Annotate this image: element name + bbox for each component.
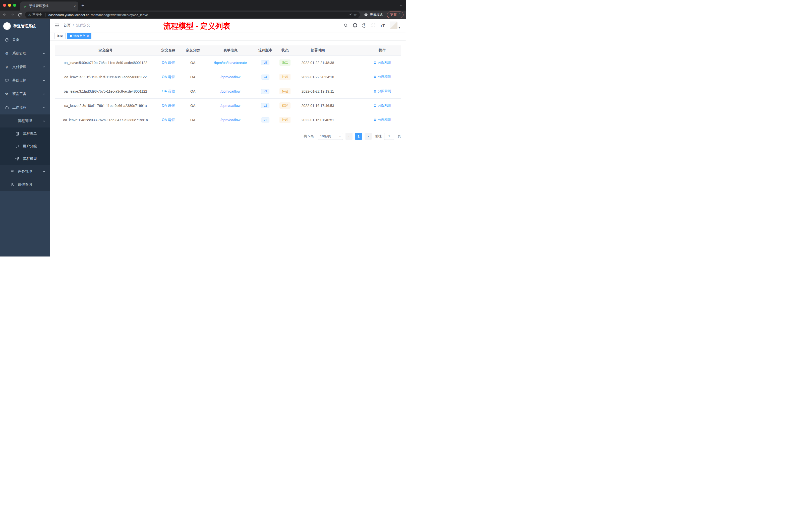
cell-time: 2022-01-16 01:40:51: [295, 113, 341, 127]
sidebar-item-payment[interactable]: ¥ 支付管理: [0, 60, 50, 74]
sidebar-item-task-management[interactable]: 任务管理: [0, 165, 50, 178]
sidebar-item-home[interactable]: 首页: [0, 33, 50, 47]
col-action: 操作: [363, 46, 401, 56]
col-time: 部署时间: [295, 46, 341, 56]
form-link[interactable]: /bpm/oa/flow: [221, 75, 240, 79]
app: 芋道管理系统 首页 ⚙ 系统管理 ¥ 支付管理 基础设施: [0, 19, 406, 256]
tab-search-icon[interactable]: [400, 4, 403, 7]
sidebar-item-process-management[interactable]: 流程管理: [0, 115, 50, 127]
form-link[interactable]: /bpm/oa/flow: [221, 104, 240, 108]
font-size-icon[interactable]: тT: [380, 23, 385, 28]
browser-tab[interactable]: 芋道管理系统 ×: [20, 1, 78, 10]
monitor-icon: [4, 79, 9, 83]
sidebar-item-user-group[interactable]: 用户分组: [0, 140, 50, 153]
help-icon[interactable]: ?: [362, 23, 366, 28]
status-badge: 挂起: [280, 102, 290, 109]
paper-plane-icon: [15, 157, 20, 161]
cell-time: 2022-01-22 21:48:38: [295, 56, 341, 70]
definition-name-link[interactable]: OA 请假: [162, 60, 175, 64]
search-icon[interactable]: [344, 23, 348, 28]
sidebar-item-workflow[interactable]: 工作流程: [0, 101, 50, 115]
prev-page-button[interactable]: ‹: [346, 133, 352, 140]
chevron-down-icon: [42, 52, 46, 55]
close-window-button[interactable]: [3, 4, 6, 7]
chevron-down-icon: [42, 65, 46, 68]
user-avatar[interactable]: [390, 22, 398, 29]
url-divider: [45, 13, 46, 17]
status-badge: 挂起: [280, 88, 290, 94]
version-badge: v4: [261, 74, 269, 80]
cell-category: OA: [180, 70, 205, 84]
goto-unit-label: 页: [398, 134, 401, 139]
page-1-button[interactable]: 1: [355, 133, 362, 140]
sidebar-item-leave-query[interactable]: 请假查询: [0, 178, 50, 191]
definition-name-link[interactable]: OA 请假: [162, 103, 175, 108]
cell-id: oa_leave:2:3c1f0ef1-76b1-11ec-9c66-a2380…: [55, 98, 156, 113]
address-bar[interactable]: ⚠ 不安全 dashboard.yudao.iocoder.cn /bpm/ma…: [25, 11, 360, 18]
tag-close-icon[interactable]: ×: [87, 34, 89, 38]
goto-page-input[interactable]: [384, 133, 394, 140]
url-path: /bpm/manager/definition?key=oa_leave: [91, 13, 148, 17]
definition-name-link[interactable]: OA 请假: [162, 118, 175, 122]
breadcrumb-home[interactable]: 首页: [63, 23, 70, 28]
document-icon: [15, 132, 20, 136]
tab-close-icon[interactable]: ×: [74, 4, 76, 8]
sidebar-item-process-form[interactable]: 流程表单: [0, 127, 50, 140]
assign-rule-button[interactable]: 分配规则: [373, 74, 391, 79]
chat-bubble-icon: [15, 144, 20, 148]
minimize-window-button[interactable]: [8, 4, 11, 7]
yen-icon: ¥: [4, 65, 9, 69]
browser-toolbar: ⚠ 不安全 dashboard.yudao.iocoder.cn /bpm/ma…: [0, 10, 406, 19]
chevron-down-icon: [42, 93, 46, 96]
tag-process-definition[interactable]: 流程定义 ×: [67, 33, 91, 39]
tag-home[interactable]: 首页: [55, 33, 65, 39]
user-menu[interactable]: ▾: [390, 22, 400, 29]
cell-id: oa_leave:4:991f2193-7b7f-11ec-a3c8-acde4…: [55, 70, 156, 84]
new-tab-button[interactable]: +: [81, 3, 84, 8]
browser-menu-icon[interactable]: ⋮: [398, 13, 402, 17]
active-dot: [70, 35, 72, 37]
person-icon: [373, 75, 377, 79]
cell-id: oa_leave:5:004b710b-7b8a-11ec-8ef0-acde4…: [55, 56, 156, 70]
fullscreen-icon[interactable]: [371, 23, 376, 28]
definition-name-link[interactable]: OA 请假: [162, 75, 175, 79]
back-icon[interactable]: [2, 12, 7, 17]
col-status: 状态: [275, 46, 295, 56]
next-page-button[interactable]: ›: [365, 133, 372, 140]
table-row: oa_leave:3:1fad3d93-7b75-11ec-a3c8-acde4…: [55, 84, 401, 98]
status-badge: 激活: [280, 59, 290, 66]
sidebar-item-devtools[interactable]: ⚒ 研发工具: [0, 87, 50, 101]
form-link[interactable]: /bpm/oa/leave/create: [214, 61, 247, 65]
assign-rule-button[interactable]: 分配规则: [373, 60, 391, 65]
sidebar-item-system[interactable]: ⚙ 系统管理: [0, 47, 50, 60]
bookmark-star-icon[interactable]: ☆: [353, 12, 357, 17]
col-form: 表单信息: [205, 46, 256, 56]
page-size-select[interactable]: 10条/页 ▾: [318, 133, 343, 140]
logo-avatar: [3, 22, 11, 30]
pagination: 共 5 条 10条/页 ▾ ‹ 1 › 前往 页: [55, 133, 401, 140]
form-link[interactable]: /bpm/oa/flow: [221, 89, 240, 93]
insecure-warning[interactable]: ⚠ 不安全: [28, 12, 42, 17]
assign-rule-button[interactable]: 分配规则: [373, 117, 391, 122]
assign-rule-button[interactable]: 分配规则: [373, 89, 391, 93]
cell-category: OA: [180, 113, 205, 127]
tags-view: 首页 流程定义 ×: [50, 32, 406, 40]
definition-name-link[interactable]: OA 请假: [162, 89, 175, 93]
github-icon[interactable]: [353, 23, 357, 28]
app-logo: 芋道管理系统: [0, 19, 50, 33]
zoom-window-button[interactable]: [13, 4, 16, 7]
assign-rule-button[interactable]: 分配规则: [373, 103, 391, 108]
forward-icon[interactable]: [10, 12, 14, 17]
password-key-icon[interactable]: [348, 13, 352, 17]
status-badge: 挂起: [280, 117, 290, 123]
list-icon: [10, 119, 14, 123]
hamburger-icon[interactable]: [55, 23, 59, 28]
form-link[interactable]: /bpm/oa/flow: [221, 118, 240, 122]
reload-icon[interactable]: [18, 12, 22, 17]
sidebar-item-infrastructure[interactable]: 基础设施: [0, 74, 50, 87]
sidebar-item-process-model[interactable]: 流程模型: [0, 153, 50, 165]
update-button[interactable]: 更新 ⋮: [387, 11, 404, 18]
main-area: 流程模型 - 定义列表 首页 / 流程定义 ? тT ▾: [50, 19, 406, 256]
cell-time: 2022-01-22 19:19:11: [295, 84, 341, 98]
chevron-up-icon: [42, 119, 46, 122]
